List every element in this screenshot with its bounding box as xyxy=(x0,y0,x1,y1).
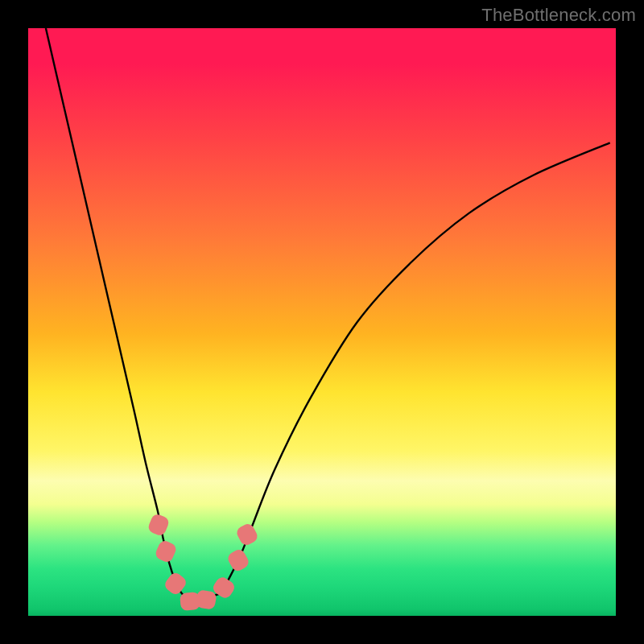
bottleneck-curve xyxy=(28,28,616,616)
plot-area xyxy=(28,28,616,616)
watermark-text: TheBottleneck.com xyxy=(481,5,636,26)
chart-frame: TheBottleneck.com xyxy=(0,0,644,644)
